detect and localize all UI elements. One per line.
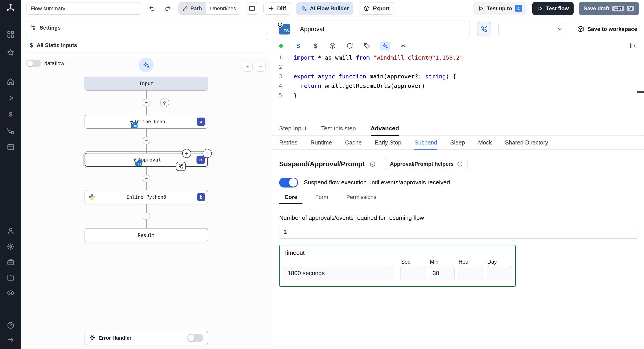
assets-button[interactable] xyxy=(362,41,372,50)
suspend-toggle[interactable] xyxy=(279,178,298,188)
code-line[interactable]: 1import * as wmill from "windmill-client… xyxy=(271,53,644,62)
redo-button[interactable] xyxy=(162,3,173,14)
ai-graph-builder-button[interactable] xyxy=(139,57,154,72)
helpers-button-label: Approval/Prompt helpers xyxy=(390,161,454,167)
suspend-phone-button[interactable] xyxy=(477,22,491,36)
add-resource-button[interactable]: $ xyxy=(311,41,320,50)
error-handler[interactable]: Error Handler xyxy=(85,331,208,345)
add-variable-button[interactable]: $ xyxy=(294,41,302,50)
flow-summary-input[interactable] xyxy=(26,2,141,14)
tab-step-input[interactable]: Step Input xyxy=(279,122,306,136)
sidebar-workers-button[interactable] xyxy=(5,256,16,268)
timeout-day-input[interactable] xyxy=(486,266,512,280)
sidebar-schedules-button[interactable] xyxy=(5,141,16,153)
sidebar-runs-button[interactable] xyxy=(5,92,16,104)
typescript-suspend-icon: TS xyxy=(135,159,142,166)
flow-settings-button[interactable]: Settings xyxy=(25,20,268,35)
tab-test-this-step[interactable]: Test this step xyxy=(321,122,356,136)
tab-mock[interactable]: Mock xyxy=(478,136,492,150)
sidebar-audit-button[interactable] xyxy=(5,287,16,299)
library-button[interactable] xyxy=(628,41,637,50)
code-line[interactable]: 2 xyxy=(271,62,644,72)
subtab-permissions[interactable]: Permissions xyxy=(341,194,382,204)
dataflow-toggle[interactable] xyxy=(26,60,41,67)
dataflow-toggle-row: dataflow xyxy=(26,60,64,67)
sidebar-variables-button[interactable]: $ xyxy=(5,109,16,120)
delete-step-button[interactable] xyxy=(203,149,212,158)
sidebar-favorites-button[interactable] xyxy=(5,47,16,58)
approvals-count-input[interactable] xyxy=(279,225,638,239)
add-step-button[interactable] xyxy=(142,212,150,220)
insert-step-button[interactable] xyxy=(182,149,191,158)
code-line[interactable]: 3export async function main(approver?: s… xyxy=(271,72,644,81)
code-line[interactable]: 5} xyxy=(271,91,644,100)
timeout-hour-input[interactable] xyxy=(458,266,483,280)
add-step-button[interactable] xyxy=(142,99,150,106)
ai-flow-builder-button[interactable]: AI Flow Builder xyxy=(296,2,354,14)
sidebar-users-button[interactable] xyxy=(5,225,16,237)
calendar-icon xyxy=(7,143,14,151)
play-icon xyxy=(478,5,484,11)
export-button[interactable]: Export xyxy=(359,2,394,14)
sidebar-settings-button[interactable] xyxy=(5,241,16,252)
windmill-logo[interactable] xyxy=(5,2,16,14)
undo-button[interactable] xyxy=(147,3,158,14)
tab-runtime[interactable]: Runtime xyxy=(310,136,332,150)
code-text xyxy=(290,62,294,72)
flow-node-approval[interactable]: TS Approval c xyxy=(85,153,208,167)
save-to-workspace-button[interactable]: Save to workspace xyxy=(577,25,637,32)
flow-node-inline-python3[interactable]: Inline Python3 b xyxy=(85,190,208,204)
tab-advanced[interactable]: Advanced xyxy=(371,122,399,136)
sidebar-home-button[interactable] xyxy=(5,76,16,87)
path-editor[interactable]: Path u/henri/bes xyxy=(178,2,240,14)
tab-early-stop[interactable]: Early Stop xyxy=(375,136,401,150)
code-text: } xyxy=(290,91,297,100)
timeout-sec-input[interactable] xyxy=(400,266,426,280)
add-step-button[interactable] xyxy=(142,175,150,182)
tab-shared-directory[interactable]: Shared Directory xyxy=(505,136,548,150)
tab-sleep[interactable]: Sleep xyxy=(450,136,465,150)
add-type-button[interactable] xyxy=(328,41,337,50)
tab-retries[interactable]: Retries xyxy=(279,136,297,150)
sidebar-expand-button[interactable] xyxy=(5,334,16,345)
reload-button[interactable] xyxy=(345,41,354,50)
sidebar-grid-button[interactable] xyxy=(5,29,16,40)
timeout-min-input[interactable] xyxy=(429,266,454,280)
python-icon xyxy=(88,194,95,200)
flow-node-input[interactable]: Input xyxy=(85,77,208,90)
test-up-to-button[interactable]: Test up toc xyxy=(473,2,527,14)
test-flow-button[interactable]: Test flow xyxy=(532,2,574,15)
editor-scroll-marker[interactable] xyxy=(637,91,644,93)
add-step-button[interactable] xyxy=(142,137,150,144)
error-handler-toggle[interactable] xyxy=(187,334,204,342)
static-inputs-button[interactable]: $ All Static Inputs xyxy=(25,38,268,52)
suspend-subtabs: Core Form Permissions xyxy=(279,194,637,204)
ai-assistant-button[interactable] xyxy=(380,41,390,50)
tab-suspend[interactable]: Suspend xyxy=(414,136,437,150)
diff-button[interactable]: Diff xyxy=(264,2,291,14)
zoom-in-button[interactable] xyxy=(243,62,253,72)
line-number: 1 xyxy=(271,53,290,62)
code-editor[interactable]: 1import * as wmill from "windmill-client… xyxy=(271,51,644,122)
refresh-icon xyxy=(346,42,353,49)
flow-node-inline-deno[interactable]: TS Inline Deno a xyxy=(85,115,208,129)
script-tag-select[interactable] xyxy=(498,22,566,36)
step-title-input[interactable] xyxy=(295,21,470,37)
format-button[interactable] xyxy=(399,41,408,50)
docs-button[interactable] xyxy=(246,2,258,14)
zoom-out-button[interactable] xyxy=(256,62,266,72)
subtab-core[interactable]: Core xyxy=(279,194,302,204)
trigger-button[interactable] xyxy=(160,98,169,107)
sidebar-help-button[interactable] xyxy=(5,320,16,331)
subtab-form[interactable]: Form xyxy=(310,194,334,204)
timeout-summary-input[interactable] xyxy=(283,266,393,280)
sidebar-flows-button[interactable] xyxy=(5,125,16,136)
dollar-icon: $ xyxy=(9,111,12,118)
tab-cache[interactable]: Cache xyxy=(345,136,362,150)
save-draft-button[interactable]: Save draftCtrlS xyxy=(579,2,639,15)
sidebar-folders-button[interactable] xyxy=(5,272,16,283)
flow-node-result[interactable]: Result xyxy=(85,228,208,242)
approval-prompt-helpers-button[interactable]: Approval/Prompt helpers xyxy=(385,158,468,170)
code-line[interactable]: 4 return wmill.getResumeUrls(approver) xyxy=(271,81,644,90)
minus-icon xyxy=(258,64,263,69)
